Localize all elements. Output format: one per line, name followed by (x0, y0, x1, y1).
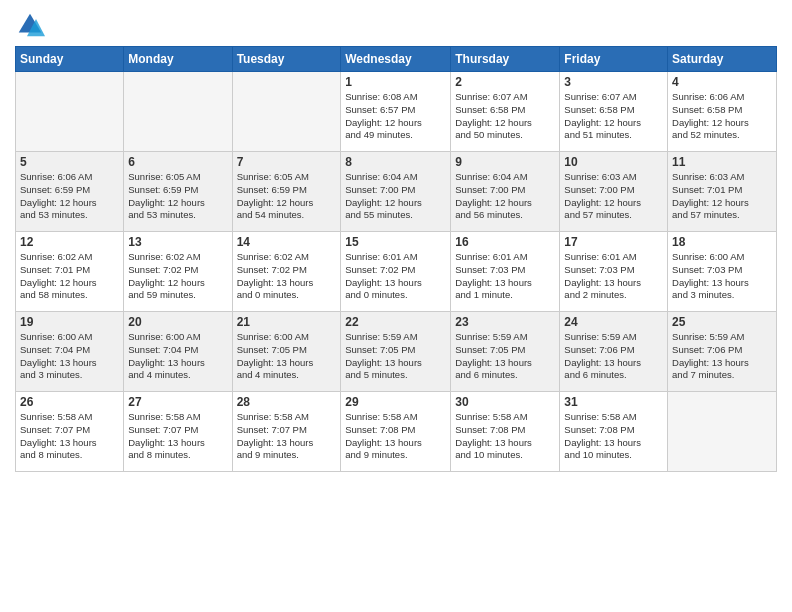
calendar-cell: 5Sunrise: 6:06 AMSunset: 6:59 PMDaylight… (16, 152, 124, 232)
day-number: 28 (237, 395, 337, 409)
day-info: Sunrise: 6:01 AMSunset: 7:03 PMDaylight:… (564, 251, 663, 302)
calendar-cell: 4Sunrise: 6:06 AMSunset: 6:58 PMDaylight… (668, 72, 777, 152)
logo (15, 10, 49, 40)
weekday-header-monday: Monday (124, 47, 232, 72)
weekday-header-row: SundayMondayTuesdayWednesdayThursdayFrid… (16, 47, 777, 72)
day-info: Sunrise: 6:02 AMSunset: 7:02 PMDaylight:… (128, 251, 227, 302)
calendar-cell: 16Sunrise: 6:01 AMSunset: 7:03 PMDayligh… (451, 232, 560, 312)
day-info: Sunrise: 6:03 AMSunset: 7:00 PMDaylight:… (564, 171, 663, 222)
calendar-cell: 14Sunrise: 6:02 AMSunset: 7:02 PMDayligh… (232, 232, 341, 312)
day-info: Sunrise: 6:07 AMSunset: 6:58 PMDaylight:… (564, 91, 663, 142)
day-info: Sunrise: 6:07 AMSunset: 6:58 PMDaylight:… (455, 91, 555, 142)
calendar-cell (668, 392, 777, 472)
calendar-cell: 29Sunrise: 5:58 AMSunset: 7:08 PMDayligh… (341, 392, 451, 472)
day-number: 21 (237, 315, 337, 329)
calendar-cell: 19Sunrise: 6:00 AMSunset: 7:04 PMDayligh… (16, 312, 124, 392)
calendar-cell: 28Sunrise: 5:58 AMSunset: 7:07 PMDayligh… (232, 392, 341, 472)
day-number: 23 (455, 315, 555, 329)
day-info: Sunrise: 6:02 AMSunset: 7:01 PMDaylight:… (20, 251, 119, 302)
day-number: 26 (20, 395, 119, 409)
day-number: 13 (128, 235, 227, 249)
page: SundayMondayTuesdayWednesdayThursdayFrid… (0, 0, 792, 612)
calendar-cell: 11Sunrise: 6:03 AMSunset: 7:01 PMDayligh… (668, 152, 777, 232)
calendar-cell: 30Sunrise: 5:58 AMSunset: 7:08 PMDayligh… (451, 392, 560, 472)
week-row-5: 26Sunrise: 5:58 AMSunset: 7:07 PMDayligh… (16, 392, 777, 472)
calendar-cell: 21Sunrise: 6:00 AMSunset: 7:05 PMDayligh… (232, 312, 341, 392)
header (15, 10, 777, 40)
day-number: 12 (20, 235, 119, 249)
day-info: Sunrise: 6:05 AMSunset: 6:59 PMDaylight:… (237, 171, 337, 222)
day-number: 5 (20, 155, 119, 169)
day-number: 9 (455, 155, 555, 169)
calendar-cell: 15Sunrise: 6:01 AMSunset: 7:02 PMDayligh… (341, 232, 451, 312)
calendar-cell: 6Sunrise: 6:05 AMSunset: 6:59 PMDaylight… (124, 152, 232, 232)
day-number: 30 (455, 395, 555, 409)
day-info: Sunrise: 5:59 AMSunset: 7:06 PMDaylight:… (672, 331, 772, 382)
day-info: Sunrise: 5:58 AMSunset: 7:07 PMDaylight:… (20, 411, 119, 462)
day-number: 19 (20, 315, 119, 329)
day-info: Sunrise: 6:06 AMSunset: 6:58 PMDaylight:… (672, 91, 772, 142)
day-info: Sunrise: 6:01 AMSunset: 7:03 PMDaylight:… (455, 251, 555, 302)
weekday-header-friday: Friday (560, 47, 668, 72)
day-info: Sunrise: 6:05 AMSunset: 6:59 PMDaylight:… (128, 171, 227, 222)
day-number: 31 (564, 395, 663, 409)
day-info: Sunrise: 5:58 AMSunset: 7:08 PMDaylight:… (345, 411, 446, 462)
day-info: Sunrise: 5:59 AMSunset: 7:05 PMDaylight:… (345, 331, 446, 382)
calendar-cell: 10Sunrise: 6:03 AMSunset: 7:00 PMDayligh… (560, 152, 668, 232)
weekday-header-tuesday: Tuesday (232, 47, 341, 72)
week-row-1: 1Sunrise: 6:08 AMSunset: 6:57 PMDaylight… (16, 72, 777, 152)
day-number: 25 (672, 315, 772, 329)
calendar-cell: 7Sunrise: 6:05 AMSunset: 6:59 PMDaylight… (232, 152, 341, 232)
calendar-cell: 12Sunrise: 6:02 AMSunset: 7:01 PMDayligh… (16, 232, 124, 312)
day-number: 20 (128, 315, 227, 329)
day-info: Sunrise: 5:58 AMSunset: 7:08 PMDaylight:… (564, 411, 663, 462)
day-info: Sunrise: 6:00 AMSunset: 7:03 PMDaylight:… (672, 251, 772, 302)
weekday-header-wednesday: Wednesday (341, 47, 451, 72)
weekday-header-sunday: Sunday (16, 47, 124, 72)
day-info: Sunrise: 5:59 AMSunset: 7:05 PMDaylight:… (455, 331, 555, 382)
calendar-cell: 18Sunrise: 6:00 AMSunset: 7:03 PMDayligh… (668, 232, 777, 312)
day-info: Sunrise: 6:03 AMSunset: 7:01 PMDaylight:… (672, 171, 772, 222)
day-number: 4 (672, 75, 772, 89)
day-number: 10 (564, 155, 663, 169)
calendar-cell: 31Sunrise: 5:58 AMSunset: 7:08 PMDayligh… (560, 392, 668, 472)
day-info: Sunrise: 6:06 AMSunset: 6:59 PMDaylight:… (20, 171, 119, 222)
day-number: 27 (128, 395, 227, 409)
calendar-cell: 1Sunrise: 6:08 AMSunset: 6:57 PMDaylight… (341, 72, 451, 152)
day-number: 1 (345, 75, 446, 89)
calendar-cell: 27Sunrise: 5:58 AMSunset: 7:07 PMDayligh… (124, 392, 232, 472)
day-number: 8 (345, 155, 446, 169)
day-info: Sunrise: 5:58 AMSunset: 7:08 PMDaylight:… (455, 411, 555, 462)
day-number: 18 (672, 235, 772, 249)
calendar-cell: 26Sunrise: 5:58 AMSunset: 7:07 PMDayligh… (16, 392, 124, 472)
calendar-cell: 8Sunrise: 6:04 AMSunset: 7:00 PMDaylight… (341, 152, 451, 232)
day-info: Sunrise: 6:00 AMSunset: 7:04 PMDaylight:… (128, 331, 227, 382)
day-number: 24 (564, 315, 663, 329)
day-number: 6 (128, 155, 227, 169)
weekday-header-thursday: Thursday (451, 47, 560, 72)
day-number: 16 (455, 235, 555, 249)
day-info: Sunrise: 6:08 AMSunset: 6:57 PMDaylight:… (345, 91, 446, 142)
day-info: Sunrise: 6:00 AMSunset: 7:05 PMDaylight:… (237, 331, 337, 382)
day-info: Sunrise: 6:04 AMSunset: 7:00 PMDaylight:… (455, 171, 555, 222)
calendar: SundayMondayTuesdayWednesdayThursdayFrid… (15, 46, 777, 472)
week-row-4: 19Sunrise: 6:00 AMSunset: 7:04 PMDayligh… (16, 312, 777, 392)
day-info: Sunrise: 6:02 AMSunset: 7:02 PMDaylight:… (237, 251, 337, 302)
day-number: 7 (237, 155, 337, 169)
calendar-cell (124, 72, 232, 152)
day-info: Sunrise: 6:00 AMSunset: 7:04 PMDaylight:… (20, 331, 119, 382)
logo-icon (15, 10, 45, 40)
calendar-cell: 20Sunrise: 6:00 AMSunset: 7:04 PMDayligh… (124, 312, 232, 392)
day-number: 22 (345, 315, 446, 329)
calendar-cell: 17Sunrise: 6:01 AMSunset: 7:03 PMDayligh… (560, 232, 668, 312)
day-number: 11 (672, 155, 772, 169)
calendar-cell (232, 72, 341, 152)
day-info: Sunrise: 6:01 AMSunset: 7:02 PMDaylight:… (345, 251, 446, 302)
day-number: 15 (345, 235, 446, 249)
day-number: 3 (564, 75, 663, 89)
day-info: Sunrise: 6:04 AMSunset: 7:00 PMDaylight:… (345, 171, 446, 222)
week-row-2: 5Sunrise: 6:06 AMSunset: 6:59 PMDaylight… (16, 152, 777, 232)
day-number: 17 (564, 235, 663, 249)
day-info: Sunrise: 5:58 AMSunset: 7:07 PMDaylight:… (237, 411, 337, 462)
day-number: 14 (237, 235, 337, 249)
